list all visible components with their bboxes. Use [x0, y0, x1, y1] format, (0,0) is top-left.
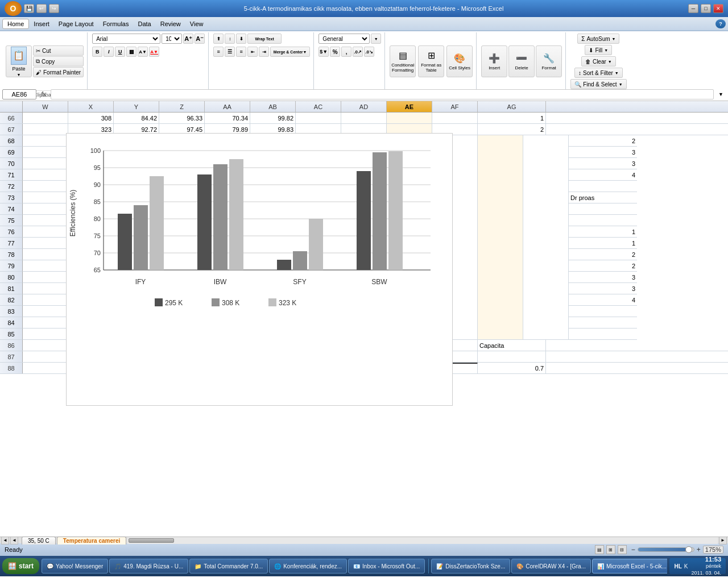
row-header[interactable]: 69: [0, 147, 23, 158]
fill-button[interactable]: ⬇ Fill ▼: [585, 45, 612, 55]
cell[interactable]: [478, 135, 523, 340]
menu-view[interactable]: View: [185, 19, 208, 28]
scrollbar-track[interactable]: [127, 537, 718, 544]
cell[interactable]: [23, 226, 68, 238]
taskbar-disszertacio[interactable]: 📝 DissZertacioTonk Sze...: [431, 559, 510, 573]
clear-button[interactable]: 🗑 Clear ▼: [581, 56, 616, 66]
cut-button[interactable]: ✂ Cut: [33, 45, 84, 56]
cell[interactable]: [569, 329, 637, 340]
col-header-ab[interactable]: AB: [250, 101, 296, 112]
taskbar-yahoo-messenger[interactable]: 💬 Yahoo! Messenger: [42, 559, 108, 573]
row-header[interactable]: 67: [0, 124, 23, 135]
insert-button[interactable]: ➕ Insert: [481, 45, 507, 77]
accounting-btn[interactable]: $▼: [318, 47, 329, 57]
align-bottom-btn[interactable]: ⬇: [236, 34, 246, 44]
cell[interactable]: [523, 135, 569, 340]
cell[interactable]: 2: [569, 260, 637, 272]
cell[interactable]: [23, 283, 68, 294]
font-size-select[interactable]: 10: [162, 34, 182, 44]
cell[interactable]: [23, 158, 68, 169]
cell-ab66[interactable]: 99.82: [250, 113, 296, 123]
help-icon[interactable]: ?: [715, 19, 726, 28]
page-break-view-btn[interactable]: ⊟: [618, 545, 627, 554]
scrollbar-thumb[interactable]: [129, 538, 174, 543]
cell[interactable]: [23, 135, 68, 147]
cell[interactable]: 1: [569, 238, 637, 249]
zoom-in-btn[interactable]: +: [697, 546, 701, 554]
cell-x66[interactable]: 308: [68, 113, 114, 123]
row-header[interactable]: 84: [0, 317, 23, 329]
row-header[interactable]: 79: [0, 260, 23, 272]
cell[interactable]: 3: [569, 283, 637, 294]
horizontal-scrollbar[interactable]: ◄ ◄ 35, 50 C Temperatura camerei ►: [0, 537, 728, 543]
menu-data[interactable]: Data: [133, 19, 155, 28]
row-header[interactable]: 74: [0, 203, 23, 215]
cell-w87[interactable]: [23, 351, 68, 362]
cell[interactable]: 2: [569, 135, 637, 147]
taskbar-outlook-inbox[interactable]: 📧 Inbox - Microsoft Out...: [348, 559, 425, 573]
cell-z66[interactable]: 96.33: [159, 113, 205, 123]
cell[interactable]: [23, 317, 68, 329]
underline-button[interactable]: U: [115, 47, 125, 57]
cell[interactable]: [569, 203, 637, 215]
start-button[interactable]: 🪟 start: [2, 558, 39, 574]
increase-font-btn[interactable]: A⁺: [183, 34, 193, 44]
zoom-slider-thumb[interactable]: [685, 546, 692, 553]
zoom-out-btn[interactable]: −: [631, 546, 635, 554]
menu-home[interactable]: Home: [2, 19, 29, 29]
clock-area[interactable]: 11:53 péntek 2011. 03. 04.: [691, 555, 721, 577]
row-header[interactable]: 75: [0, 215, 23, 226]
col-header-ag[interactable]: AG: [478, 101, 546, 112]
row-header[interactable]: 76: [0, 226, 23, 238]
cell-ag87[interactable]: [478, 351, 546, 362]
align-left-btn[interactable]: ≡: [213, 47, 224, 57]
scroll-left-btn2[interactable]: ◄: [10, 537, 18, 544]
italic-button[interactable]: I: [104, 47, 114, 57]
row-header[interactable]: 66: [0, 113, 23, 123]
cell[interactable]: [23, 215, 68, 226]
taskbar-excel[interactable]: 📊 Microsoft Excel - 5-cik...: [592, 559, 667, 573]
zoom-slider-track[interactable]: [638, 547, 694, 552]
normal-view-btn[interactable]: ▤: [595, 545, 604, 554]
cell-ad66[interactable]: [341, 113, 387, 123]
row-header[interactable]: 73: [0, 192, 23, 203]
quick-access-redo[interactable]: ↪: [49, 4, 59, 13]
formula-input[interactable]: [51, 89, 714, 99]
col-header-ae[interactable]: AE: [387, 101, 432, 112]
cell-w67[interactable]: [23, 124, 68, 135]
cell-ag67[interactable]: 2: [478, 124, 546, 135]
cell[interactable]: [23, 306, 68, 317]
cell[interactable]: [23, 329, 68, 340]
taskbar-magdi-ruzsa[interactable]: 🎵 419. Magdi Rúzsa - U...: [109, 559, 188, 573]
cell[interactable]: [23, 260, 68, 272]
row-header[interactable]: 78: [0, 249, 23, 260]
cell[interactable]: [23, 272, 68, 283]
zoom-percent[interactable]: 175%: [703, 546, 723, 554]
delete-button[interactable]: ➖ Delete: [508, 45, 535, 77]
align-top-btn[interactable]: ⬆: [213, 34, 224, 44]
cell[interactable]: [569, 317, 637, 329]
row-header[interactable]: 83: [0, 306, 23, 317]
percent-btn[interactable]: %: [330, 47, 340, 57]
expand-formula-btn[interactable]: ▼: [716, 92, 726, 97]
row-header[interactable]: 77: [0, 238, 23, 249]
cell[interactable]: 2: [569, 249, 637, 260]
cell[interactable]: [23, 169, 68, 181]
col-header-ad[interactable]: AD: [341, 101, 387, 112]
align-middle-btn[interactable]: ↕: [225, 34, 235, 44]
bold-button[interactable]: B: [92, 47, 102, 57]
merge-center-btn[interactable]: Merge & Center▼: [270, 47, 310, 57]
row-header[interactable]: 70: [0, 158, 23, 169]
cell-ag86[interactable]: Capacita: [478, 340, 546, 351]
border-button[interactable]: ▦: [126, 47, 136, 57]
cell-aa66[interactable]: 70.34: [205, 113, 250, 123]
row-header[interactable]: 68: [0, 135, 23, 147]
row-header[interactable]: 72: [0, 181, 23, 192]
col-header-ac[interactable]: AC: [296, 101, 341, 112]
font-name-select[interactable]: Arial: [92, 34, 160, 44]
cell[interactable]: [23, 147, 68, 158]
row-header[interactable]: 71: [0, 169, 23, 181]
cell[interactable]: [569, 306, 637, 317]
sheet-tab-temperatura[interactable]: Temperatura camerei: [57, 537, 126, 544]
number-format-select[interactable]: General: [318, 34, 370, 44]
